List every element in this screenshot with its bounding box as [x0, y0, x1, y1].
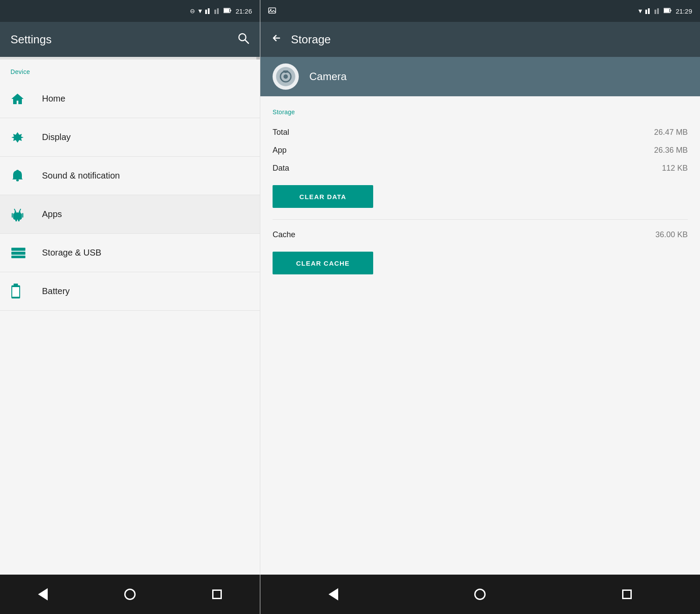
scroll-indicator: [0, 57, 260, 60]
svg-rect-19: [14, 284, 18, 285]
svg-rect-26: [654, 10, 656, 14]
clear-cache-button[interactable]: CLEAR CACHE: [273, 252, 373, 274]
display-label: Display: [42, 132, 71, 142]
storage-section-label: Storage: [273, 109, 688, 116]
svg-rect-22: [269, 8, 276, 13]
right-home-button[interactable]: [461, 584, 499, 604]
svg-point-33: [284, 74, 288, 79]
image-icon: [268, 7, 276, 15]
cache-row: Cache 36.00 KB: [273, 226, 688, 244]
app-name: Camera: [309, 70, 346, 83]
device-section-label: Device: [0, 60, 260, 80]
cache-section: Cache 36.00 KB CLEAR CACHE: [273, 226, 688, 282]
svg-rect-0: [205, 10, 207, 14]
storage-icon: [10, 247, 33, 259]
signal-icon-2: [214, 7, 221, 15]
app-row: App 26.36 MB: [273, 141, 688, 159]
left-back-button[interactable]: [25, 584, 61, 605]
right-wifi-icon: ▼: [637, 7, 644, 14]
svg-rect-27: [657, 8, 659, 14]
svg-rect-6: [231, 10, 231, 11]
app-label: App: [273, 146, 287, 155]
right-status-bar-right: ▼ 21:29: [637, 7, 692, 15]
minus-icon: ⊖: [190, 7, 195, 14]
svg-line-14: [14, 209, 16, 212]
storage-content: Storage Total 26.47 MB App 26.36 MB Data…: [260, 96, 700, 575]
right-nav-bar: [260, 575, 700, 614]
right-recent-button[interactable]: [609, 585, 645, 603]
left-status-bar-right: ⊖ ▼ 21:26: [190, 7, 252, 15]
right-battery-icon: [664, 7, 672, 15]
cache-value: 36.00 KB: [655, 230, 688, 239]
display-icon: [10, 130, 33, 144]
left-nav-bar: [0, 575, 260, 614]
right-panel: ▼ 21:29 Storage: [260, 0, 700, 614]
total-label: Total: [273, 128, 289, 137]
svg-rect-5: [224, 9, 229, 12]
battery-icon: [224, 7, 231, 15]
settings-item-sound[interactable]: Sound & notification: [0, 157, 260, 195]
storage-divider: [273, 219, 688, 220]
wifi-icon: ▼: [197, 7, 203, 14]
svg-rect-29: [664, 9, 669, 12]
svg-rect-30: [671, 10, 672, 11]
right-signal-1: [645, 7, 652, 15]
svg-line-8: [245, 40, 248, 43]
bell-icon: [10, 169, 33, 183]
svg-rect-2: [214, 10, 216, 14]
settings-item-apps[interactable]: Apps: [0, 195, 260, 234]
app-header: Camera: [260, 57, 700, 96]
svg-rect-25: [648, 8, 650, 14]
right-time: 21:29: [676, 7, 692, 15]
apps-label: Apps: [42, 209, 62, 219]
settings-item-storage[interactable]: Storage & USB: [0, 234, 260, 272]
back-button[interactable]: [271, 32, 282, 47]
battery-settings-icon: [10, 284, 33, 299]
settings-list: Device Home Display: [0, 60, 260, 575]
signal-icon-1: [205, 7, 212, 15]
battery-label: Battery: [42, 286, 70, 296]
svg-rect-1: [208, 8, 210, 14]
storage-title: Storage: [291, 33, 331, 46]
right-status-bar: ▼ 21:29: [260, 0, 700, 22]
left-home-button[interactable]: [111, 584, 149, 604]
data-label: Data: [273, 164, 289, 173]
svg-rect-18: [11, 256, 25, 258]
home-icon: [10, 92, 33, 106]
total-row: Total 26.47 MB: [273, 123, 688, 141]
svg-point-9: [16, 179, 19, 181]
svg-rect-17: [11, 252, 25, 255]
right-header: Storage: [260, 22, 700, 57]
data-row: Data 112 KB: [273, 159, 688, 177]
data-value: 112 KB: [662, 164, 688, 173]
left-recent-button[interactable]: [199, 585, 235, 603]
svg-rect-3: [217, 8, 219, 14]
right-back-button[interactable]: [315, 584, 351, 605]
home-label: Home: [42, 94, 65, 104]
app-value: 26.36 MB: [654, 146, 688, 155]
settings-item-battery[interactable]: Battery: [0, 272, 260, 311]
right-signal-2: [654, 7, 662, 15]
clear-data-button[interactable]: CLEAR DATA: [273, 185, 373, 208]
svg-rect-21: [12, 287, 19, 297]
right-status-left: [268, 7, 276, 15]
left-header: Settings: [0, 22, 260, 57]
svg-rect-24: [645, 10, 647, 14]
settings-item-home[interactable]: Home: [0, 80, 260, 118]
settings-title: Settings: [10, 33, 52, 46]
left-status-bar: ⊖ ▼ 21:26: [0, 0, 260, 22]
settings-item-display[interactable]: Display: [0, 118, 260, 157]
app-icon: [273, 63, 299, 90]
total-value: 26.47 MB: [654, 128, 688, 137]
storage-label: Storage & USB: [42, 248, 102, 258]
search-icon[interactable]: [237, 32, 249, 47]
sound-label: Sound & notification: [42, 171, 120, 181]
left-panel: ⊖ ▼ 21:26 Settings: [0, 0, 260, 614]
svg-rect-16: [11, 248, 25, 251]
svg-rect-35: [283, 70, 288, 73]
svg-line-15: [19, 209, 21, 212]
cache-label: Cache: [273, 230, 295, 239]
left-time: 21:26: [235, 7, 252, 15]
android-icon: [10, 207, 33, 221]
